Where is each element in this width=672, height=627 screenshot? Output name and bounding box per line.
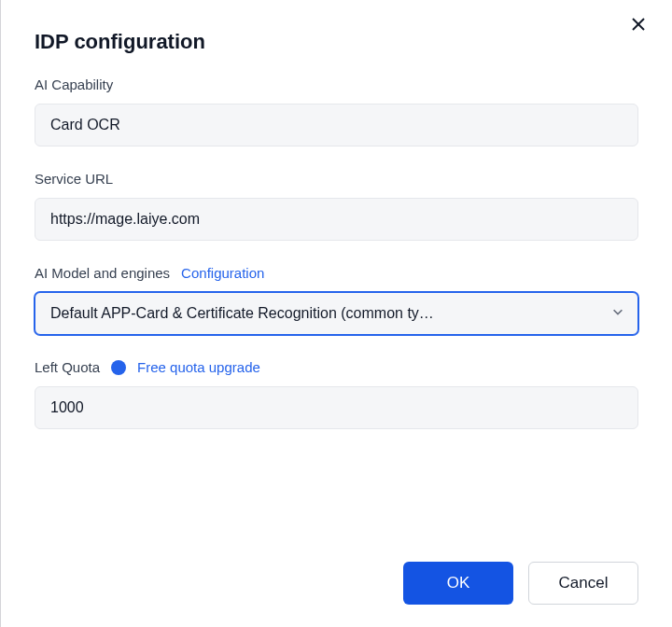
left-quota-label: Left Quota (35, 359, 100, 375)
free-quota-upgrade-link[interactable]: Free quota upgrade (137, 359, 260, 375)
chevron-down-icon (611, 305, 624, 322)
close-icon (631, 17, 646, 35)
ai-model-select[interactable]: Default APP-Card & Certificate Recogniti… (35, 292, 638, 335)
ai-capability-label: AI Capability (35, 77, 113, 92)
cancel-button[interactable]: Cancel (528, 562, 638, 605)
ai-model-group: AI Model and engines Configuration Defau… (35, 265, 638, 335)
configuration-link[interactable]: Configuration (181, 265, 264, 281)
service-url-group: Service URL (35, 171, 638, 241)
ok-button[interactable]: OK (403, 562, 513, 605)
dialog-title: IDP configuration (35, 30, 638, 54)
ai-model-label: AI Model and engines (35, 265, 170, 281)
arrow-up-circle-icon (111, 360, 126, 375)
service-url-input[interactable] (35, 198, 638, 241)
idp-configuration-dialog: IDP configuration AI Capability Service … (1, 0, 672, 627)
left-quota-group: Left Quota Free quota upgrade (35, 359, 638, 429)
service-url-label: Service URL (35, 171, 113, 187)
left-quota-input[interactable] (35, 386, 638, 429)
ai-capability-group: AI Capability (35, 77, 638, 146)
ai-capability-input[interactable] (35, 104, 638, 146)
dialog-footer: OK Cancel (35, 562, 638, 605)
ai-model-value: Default APP-Card & Certificate Recogniti… (50, 305, 434, 322)
close-button[interactable] (625, 13, 651, 39)
